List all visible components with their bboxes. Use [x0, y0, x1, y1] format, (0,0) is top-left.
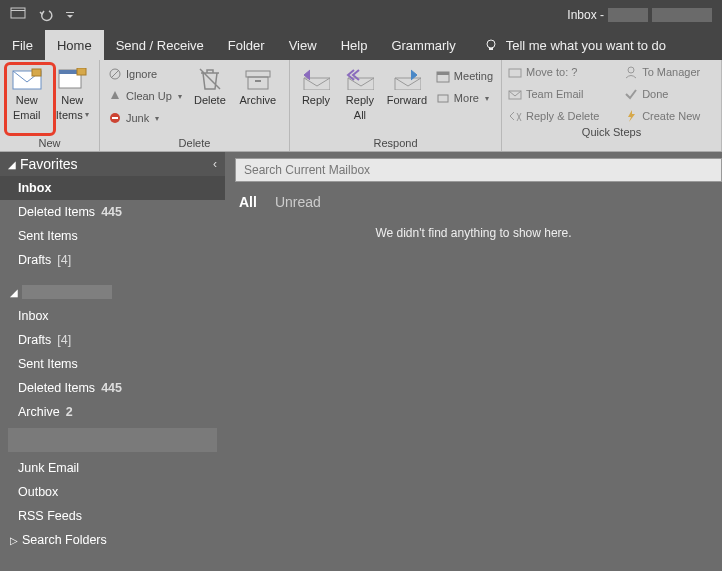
filter-all[interactable]: All: [239, 194, 257, 210]
group-quick-steps-label: Quick Steps: [502, 126, 721, 140]
forward-button[interactable]: Forward: [384, 64, 430, 130]
archive-button[interactable]: Archive: [236, 64, 280, 130]
tab-grammarly[interactable]: Grammarly: [379, 30, 467, 60]
nav-sent[interactable]: Sent Items: [0, 352, 225, 376]
main-area: ◢ Favorites ‹ Inbox Deleted Items445 Sen…: [0, 152, 722, 571]
nav-deleted[interactable]: Deleted Items445: [0, 376, 225, 400]
team-icon: [508, 87, 522, 101]
tab-help[interactable]: Help: [329, 30, 380, 60]
account-name-redacted: [22, 285, 112, 299]
qs-move-to[interactable]: Move to: ?: [508, 62, 614, 82]
chevron-down-icon: ▾: [178, 92, 182, 101]
tab-folder[interactable]: Folder: [216, 30, 277, 60]
window-title: Inbox -: [567, 8, 712, 22]
nav-fav-deleted[interactable]: Deleted Items445: [0, 200, 225, 224]
nav-fav-inbox[interactable]: Inbox: [0, 176, 225, 200]
title-account-redacted: [608, 8, 648, 22]
delete-icon: [194, 66, 226, 92]
lightning-icon: [624, 109, 638, 123]
nav-drafts[interactable]: Drafts[4]: [0, 328, 225, 352]
chevron-down-icon: ▾: [155, 114, 159, 123]
forward-icon: [391, 66, 423, 92]
svg-rect-15: [248, 77, 268, 89]
reply-delete-icon: [508, 109, 522, 123]
new-items-button[interactable]: New Items▾: [52, 64, 94, 130]
group-delete-label: Delete: [100, 137, 289, 151]
svg-rect-4: [489, 48, 493, 50]
manager-icon: [624, 65, 638, 79]
archive-icon: [242, 66, 274, 92]
tell-me-label: Tell me what you want to do: [506, 38, 666, 53]
ignore-button[interactable]: Ignore: [106, 64, 184, 84]
qat-customize[interactable]: [64, 5, 76, 25]
group-quick-steps: Move to: ? To Manager Team Email Done Re…: [502, 60, 722, 151]
delete-button[interactable]: Delete: [188, 64, 232, 130]
meeting-button[interactable]: Meeting: [434, 66, 495, 86]
quick-access-toolbar: [0, 5, 76, 25]
reply-button[interactable]: Reply: [296, 64, 336, 130]
app-icon[interactable]: [8, 5, 28, 25]
svg-rect-6: [32, 69, 41, 76]
new-email-l1: New: [16, 94, 38, 107]
collapse-nav-icon[interactable]: ‹: [213, 157, 217, 171]
group-new-label: New: [0, 137, 99, 151]
bulb-icon: [484, 38, 498, 52]
nav-account-header[interactable]: ◢: [0, 280, 225, 304]
svg-point-3: [487, 40, 495, 48]
group-respond: Reply Reply All Forward Meeting More▾: [290, 60, 502, 151]
clean-up-button[interactable]: Clean Up▾: [106, 86, 184, 106]
nav-fav-drafts[interactable]: Drafts[4]: [0, 248, 225, 272]
new-email-l2: Email: [13, 109, 41, 122]
svg-point-21: [628, 67, 634, 73]
empty-message: We didn't find anything to show here.: [225, 226, 722, 240]
qs-create-new[interactable]: Create New: [624, 106, 715, 126]
ribbon-tabs: File Home Send / Receive Folder View Hel…: [0, 30, 722, 60]
chevron-down-icon: ◢: [8, 159, 16, 170]
nav-search-folders[interactable]: ▷Search Folders: [0, 528, 225, 552]
nav-rss[interactable]: RSS Feeds: [0, 504, 225, 528]
group-respond-label: Respond: [290, 137, 501, 151]
filter-unread[interactable]: Unread: [275, 194, 321, 210]
new-items-icon: [56, 66, 88, 92]
more-icon: [436, 91, 450, 105]
more-respond-button[interactable]: More▾: [434, 88, 495, 108]
svg-rect-2: [66, 12, 74, 13]
chevron-down-icon: ▾: [485, 94, 489, 103]
qs-team-email[interactable]: Team Email: [508, 84, 614, 104]
title-prefix: Inbox -: [567, 8, 604, 22]
qs-reply-delete[interactable]: Reply & Delete: [508, 106, 614, 126]
tab-send-receive[interactable]: Send / Receive: [104, 30, 216, 60]
reply-all-button[interactable]: Reply All: [340, 64, 380, 130]
check-icon: [624, 87, 638, 101]
nav-archive[interactable]: Archive2: [0, 400, 225, 424]
filter-tabs: All Unread: [225, 188, 722, 216]
nav-fav-sent[interactable]: Sent Items: [0, 224, 225, 248]
chevron-down-icon: ◢: [10, 287, 18, 298]
qs-to-manager[interactable]: To Manager: [624, 62, 715, 82]
search-input[interactable]: Search Current Mailbox: [235, 158, 722, 182]
nav-junk[interactable]: Junk Email: [0, 456, 225, 480]
svg-rect-20: [509, 69, 521, 77]
title-account-redacted2: [652, 8, 712, 22]
svg-rect-9: [77, 68, 86, 75]
tab-home[interactable]: Home: [45, 30, 104, 60]
folder-icon: [508, 65, 522, 79]
chevron-down-icon: ▾: [85, 110, 89, 119]
qs-done[interactable]: Done: [624, 84, 715, 104]
svg-rect-1: [11, 10, 25, 11]
nav-outbox[interactable]: Outbox: [0, 480, 225, 504]
envelope-icon: [11, 66, 43, 92]
favorites-header[interactable]: ◢ Favorites ‹: [0, 152, 225, 176]
svg-rect-18: [437, 72, 449, 75]
undo-button[interactable]: [36, 5, 56, 25]
svg-rect-16: [255, 80, 261, 82]
tab-view[interactable]: View: [277, 30, 329, 60]
group-new: New Email New Items▾ New: [0, 60, 100, 151]
tell-me-search[interactable]: Tell me what you want to do: [476, 30, 674, 60]
junk-button[interactable]: Junk▾: [106, 108, 184, 128]
tab-file[interactable]: File: [0, 30, 45, 60]
nav-inbox[interactable]: Inbox: [0, 304, 225, 328]
reply-all-icon: [344, 66, 376, 92]
ignore-icon: [108, 67, 122, 81]
new-email-button[interactable]: New Email: [6, 64, 48, 130]
